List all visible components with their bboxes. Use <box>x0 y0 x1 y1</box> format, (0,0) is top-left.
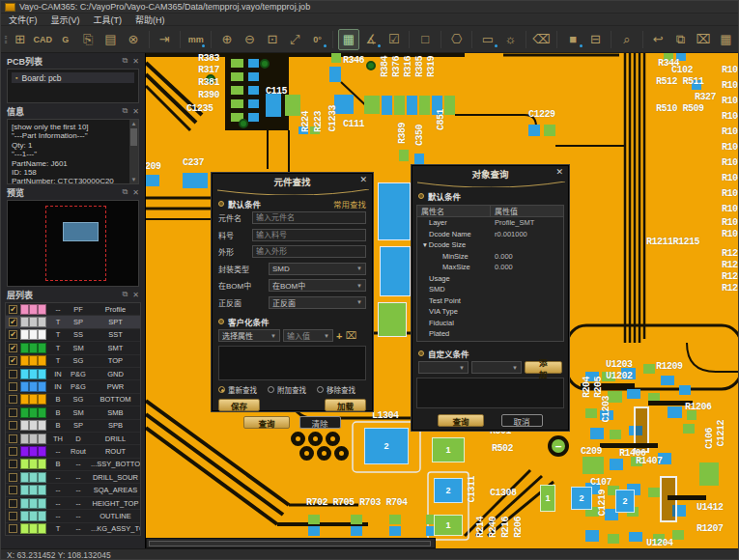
add-condition-icon[interactable]: + <box>336 330 342 342</box>
query-button[interactable]: 查询 <box>438 414 483 427</box>
load-button[interactable]: 加载 <box>325 399 366 411</box>
attribute-row[interactable]: Fiducial <box>417 318 563 329</box>
fill-rect-button[interactable]: ■ <box>562 29 583 50</box>
layer-row[interactable]: BSMSMB <box>6 406 140 419</box>
layer-visibility-checkbox[interactable]: ✔ <box>9 330 17 339</box>
canvas-hscrollbar[interactable] <box>146 538 436 548</box>
layer-row[interactable]: INP&GPWR <box>6 380 140 393</box>
attribute-row[interactable]: Usage <box>417 273 563 285</box>
canvas-hscrollbar-thumb[interactable] <box>149 541 431 546</box>
pcb-list-close-icon[interactable]: ✕ <box>132 57 139 66</box>
layer-visibility-checkbox[interactable] <box>9 512 17 520</box>
cad-import-button[interactable]: CAD <box>33 29 54 50</box>
attribute-row[interactable]: ▾ Dcode Size <box>417 239 563 251</box>
layer-row[interactable]: ✔TSPSPT <box>6 316 140 328</box>
export-button[interactable]: ⇥ <box>155 29 175 50</box>
rect-select-button[interactable]: □ <box>414 29 435 50</box>
zoom-window-button[interactable]: ⊡ <box>262 29 282 50</box>
menu-item-1[interactable]: 显示(V) <box>51 14 80 26</box>
zoom-out-button[interactable]: ⊖ <box>240 29 260 50</box>
layer-row[interactable]: --RoutROUT <box>6 445 140 458</box>
attribute-row[interactable]: SMD <box>417 284 563 295</box>
layer-visibility-checkbox[interactable]: ✔ <box>9 318 17 326</box>
attribute-row[interactable]: Test Point <box>417 295 563 307</box>
new-window-button[interactable]: ⊞ <box>10 29 30 50</box>
board-config-button[interactable]: ⊟ <box>585 29 606 50</box>
layer-row[interactable]: ----HEIGHT_TOP <box>6 497 140 510</box>
layer-row[interactable]: ----OUTLINE <box>6 510 140 522</box>
query-value-select[interactable]: ▼ <box>471 361 522 374</box>
add-button[interactable]: 添加 <box>525 361 562 374</box>
find-field-select-3[interactable]: SMD▼ <box>269 263 366 275</box>
save-job-button[interactable]: ▤ <box>100 29 121 50</box>
layer-visibility-checkbox[interactable] <box>9 434 17 443</box>
find-field-input-1[interactable] <box>252 229 366 241</box>
cancel-button[interactable]: 取消 <box>501 414 543 427</box>
menu-item-3[interactable]: 帮助(H) <box>135 14 165 26</box>
gerber-import-button[interactable]: G <box>55 29 75 50</box>
custom-condition-list[interactable] <box>218 346 366 380</box>
value-combo[interactable]: 输入值▼ <box>283 329 333 342</box>
delete-condition-icon[interactable]: ⌧ <box>345 330 356 341</box>
layers-float-icon[interactable]: ⧉ <box>123 290 128 299</box>
highlight-button[interactable]: ☼ <box>500 29 521 50</box>
attribute-row[interactable]: VIA Type <box>417 306 563 318</box>
info-float-icon[interactable]: ⧉ <box>123 106 128 116</box>
preview-close-icon[interactable]: ✕ <box>132 188 139 197</box>
layer-visibility-checkbox[interactable] <box>9 447 17 456</box>
pcb-list-float-icon[interactable]: ⧉ <box>123 56 128 66</box>
save-button[interactable]: 保存 <box>218 399 260 411</box>
layer-visibility-checkbox[interactable] <box>9 395 17 404</box>
grid-button[interactable]: ▦ <box>716 29 736 50</box>
common-find-link[interactable]: 常用查找 <box>333 198 366 210</box>
layer-visibility-checkbox[interactable] <box>9 524 17 533</box>
select-filter-button[interactable]: ☑ <box>384 29 404 50</box>
info-scrollbar[interactable]: ▲ ▼ <box>129 120 138 183</box>
layer-visibility-checkbox[interactable] <box>9 460 17 468</box>
delete-button[interactable]: ⌧ <box>693 29 713 50</box>
unit-mm-button[interactable]: mm <box>185 29 206 50</box>
board-item[interactable]: ▪ Board: pcb <box>12 72 134 83</box>
layer-row[interactable]: BSPSPB <box>6 420 140 433</box>
flip-button[interactable]: ↩ <box>648 29 668 50</box>
query-attr-select[interactable]: ▼ <box>418 361 469 374</box>
layer-visibility-checkbox[interactable] <box>9 421 17 430</box>
layer-row[interactable]: ✔TSMSMT <box>6 342 140 354</box>
layer-visibility-checkbox[interactable] <box>9 382 17 391</box>
attribute-select[interactable]: 选择属性▼ <box>218 329 280 342</box>
pad-mode-button[interactable]: ▭ <box>477 29 497 50</box>
attribute-row[interactable]: MinSize0.000 <box>417 251 563 263</box>
find-mode-radio[interactable]: 重新查找 <box>218 384 268 395</box>
layer-row[interactable]: INP&GGND <box>6 368 140 380</box>
find-clear-button[interactable]: 清除 <box>299 416 341 429</box>
find-dialog-close-icon[interactable]: ✕ <box>359 175 367 184</box>
find-query-button[interactable]: 查询 <box>243 416 289 429</box>
layer-visibility-checkbox[interactable] <box>9 486 17 494</box>
layer-row[interactable]: ✔TSSSST <box>6 329 140 342</box>
layer-row[interactable]: ----DRILL_SOUR <box>6 471 140 484</box>
layer-visibility-checkbox[interactable] <box>9 408 17 417</box>
find-mode-radio[interactable]: 移除查找 <box>317 384 366 395</box>
attribute-row[interactable]: LayerProfile_SMT <box>417 217 563 229</box>
info-close-icon[interactable]: ✕ <box>132 107 139 116</box>
layer-visibility-checkbox[interactable] <box>9 473 17 482</box>
layer-row[interactable]: ✔--PFProfile <box>6 303 140 316</box>
find-field-input-2[interactable] <box>252 245 366 258</box>
zoom-in-button[interactable]: ⊕ <box>216 29 237 50</box>
board-view-button[interactable]: ▦ <box>338 29 358 50</box>
preview-float-icon[interactable]: ⧉ <box>123 187 128 197</box>
find-field-select-4[interactable]: 在BOM中▼ <box>269 279 366 292</box>
layer-row[interactable]: THDDRILL <box>6 433 140 445</box>
find-field-select-5[interactable]: 正反面▼ <box>269 296 366 309</box>
attribute-row[interactable]: Plated <box>417 328 563 340</box>
layer-row[interactable]: ----SQA_AREAS <box>6 484 140 496</box>
layer-row[interactable]: ✔TSGTOP <box>6 355 140 368</box>
polygon-select-button[interactable]: ⎔ <box>446 29 467 50</box>
attribute-row[interactable]: MaxSize0.000 <box>417 262 563 273</box>
layer-row[interactable]: BSGBOTTOM <box>6 394 140 406</box>
find-field-input-0[interactable] <box>252 211 366 224</box>
layer-row[interactable]: B--...SSY_BOTTOM <box>6 459 140 471</box>
query-custom-list[interactable] <box>416 378 564 408</box>
open-job-button[interactable]: ⎘ <box>77 29 98 50</box>
attribute-row[interactable]: Dcode Namer0.001000 <box>417 229 563 240</box>
